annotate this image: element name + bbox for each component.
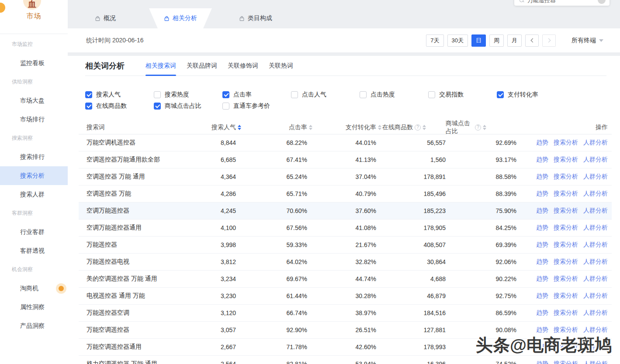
row-action-人群分析[interactable]: 人群分析 (583, 173, 608, 181)
row-action-搜索分析[interactable]: 搜索分析 (554, 156, 578, 164)
row-action-趋势[interactable]: 趋势 (536, 156, 548, 164)
cell-online-items: 408,507 (376, 241, 446, 248)
row-action-趋势[interactable]: 趋势 (536, 275, 548, 283)
cell-search-word: 美的空调遥控器 万能 通用 (87, 275, 200, 283)
row-action-搜索分析[interactable]: 搜索分析 (554, 309, 578, 317)
sidebar-item-搜索分析[interactable]: 搜索分析 (0, 166, 68, 185)
row-action-搜索分析[interactable]: 搜索分析 (554, 173, 578, 181)
metric-checkbox-点击率[interactable]: 点击率 (222, 91, 291, 99)
card-header: 相关词分析 相关搜索词关联品牌词关联修饰词关联热词 (85, 56, 606, 76)
prev-period-button[interactable] (525, 34, 539, 47)
metric-checkbox-商城点击占比[interactable]: 商城点击占比 (154, 102, 222, 110)
row-action-搜索分析[interactable]: 搜索分析 (554, 224, 578, 232)
row-action-趋势[interactable]: 趋势 (536, 224, 548, 232)
row-action-趋势[interactable]: 趋势 (536, 292, 548, 300)
row-action-搜索分析[interactable]: 搜索分析 (554, 275, 578, 283)
row-action-趋势[interactable]: 趋势 (536, 258, 548, 266)
row-action-搜索分析[interactable]: 搜索分析 (554, 241, 578, 249)
column-header-在线商品数[interactable]: 在线商品数? (376, 124, 446, 131)
row-action-趋势[interactable]: 趋势 (536, 326, 548, 334)
chevron-right-icon (546, 38, 551, 43)
row-action-趋势[interactable]: 趋势 (536, 207, 548, 215)
row-action-人群分析[interactable]: 人群分析 (583, 309, 608, 317)
range-button-7天[interactable]: 7天 (426, 34, 443, 47)
sort-icon[interactable] (483, 125, 486, 130)
sidebar-section-header: 市场监控 (0, 35, 68, 54)
metric-checkbox-搜索热度[interactable]: 搜索热度 (154, 91, 222, 99)
word-tab-相关搜索词[interactable]: 相关搜索词 (145, 56, 176, 76)
checkbox-icon (360, 91, 367, 98)
search-keyword-text[interactable]: 万能遥控器 (527, 0, 556, 4)
column-header-搜索人气[interactable]: 搜索人气 (200, 124, 241, 131)
sidebar-item-属性洞察[interactable]: 属性洞察 (0, 298, 68, 316)
row-action-趋势[interactable]: 趋势 (536, 309, 548, 317)
sort-icon[interactable] (423, 125, 426, 130)
keyword-search-box[interactable]: 万能遥控器 (514, 0, 610, 6)
top-tab-相关分析[interactable]: 相关分析 (143, 8, 218, 28)
column-header-点击率[interactable]: 点击率 (236, 124, 312, 131)
row-action-趋势[interactable]: 趋势 (536, 241, 548, 249)
range-button-日[interactable]: 日 (471, 34, 486, 47)
row-action-人群分析[interactable]: 人群分析 (583, 224, 608, 232)
column-header-支付转化率[interactable]: 支付转化率 (307, 124, 381, 131)
top-tab-概况[interactable]: 概况 (68, 8, 143, 28)
row-action-人群分析[interactable]: 人群分析 (583, 241, 608, 249)
cell-click-rate: 67.56% (236, 224, 307, 231)
row-action-人群分析[interactable]: 人群分析 (583, 275, 608, 283)
sidebar-item-市场排行[interactable]: 市场排行 (0, 110, 68, 129)
help-icon[interactable]: ? (415, 124, 421, 130)
word-tab-关联热词[interactable]: 关联热词 (269, 56, 293, 76)
metric-checkbox-点击人气[interactable]: 点击人气 (291, 91, 360, 99)
column-header-商城点击占比[interactable]: 商城点击占比? (446, 120, 516, 135)
range-button-周[interactable]: 周 (489, 34, 504, 47)
metric-checkbox-搜索人气[interactable]: 搜索人气 (85, 91, 154, 99)
sidebar-item-搜索人群[interactable]: 搜索人群 (0, 185, 68, 204)
row-action-趋势[interactable]: 趋势 (536, 173, 548, 181)
row-action-搜索分析[interactable]: 搜索分析 (554, 207, 578, 215)
range-button-月[interactable]: 月 (507, 34, 522, 47)
row-action-人群分析[interactable]: 人群分析 (583, 360, 608, 364)
row-action-趋势[interactable]: 趋势 (536, 139, 548, 147)
sidebar-item-市场大盘[interactable]: 市场大盘 (0, 91, 68, 110)
table-row: 万能遥控器 3,998 59.33% 21.67% 408,507 69.39%… (79, 237, 612, 254)
word-tab-关联品牌词[interactable]: 关联品牌词 (187, 56, 217, 76)
cell-pay-conversion: 42.60% (307, 343, 376, 350)
sidebar-item-监控看板[interactable]: 监控看板 (0, 54, 68, 72)
sidebar-item-搜索排行[interactable]: 搜索排行 (0, 148, 68, 166)
sidebar-item-淘商机[interactable]: 淘商机 (0, 279, 68, 298)
row-action-人群分析[interactable]: 人群分析 (583, 207, 608, 215)
row-action-人群分析[interactable]: 人群分析 (583, 156, 608, 164)
metric-checkbox-直通车参考价[interactable]: 直通车参考价 (222, 102, 291, 110)
row-action-人群分析[interactable]: 人群分析 (583, 258, 608, 266)
column-header-操作: 操作 (516, 124, 608, 131)
terminal-dropdown[interactable]: 所有终端 (572, 37, 603, 45)
top-tab-类目构成[interactable]: 类目构成 (218, 8, 293, 28)
sidebar-item-行业客群[interactable]: 行业客群 (0, 223, 68, 241)
help-icon[interactable]: ? (475, 124, 481, 130)
row-action-人群分析[interactable]: 人群分析 (583, 190, 608, 198)
row-action-搜索分析[interactable]: 搜索分析 (554, 190, 578, 198)
row-action-搜索分析[interactable]: 搜索分析 (554, 258, 578, 266)
row-action-人群分析[interactable]: 人群分析 (583, 326, 608, 334)
row-action-人群分析[interactable]: 人群分析 (583, 139, 608, 147)
sidebar-item-客群透视[interactable]: 客群透视 (0, 241, 68, 260)
word-tab-关联修饰词[interactable]: 关联修饰词 (228, 56, 258, 76)
cell-mall-click-ratio: 84.25% (446, 224, 516, 231)
search-submit-icon[interactable] (598, 0, 606, 4)
row-action-趋势[interactable]: 趋势 (536, 360, 548, 364)
metric-checkbox-交易指数[interactable]: 交易指数 (428, 91, 497, 99)
row-action-搜索分析[interactable]: 搜索分析 (554, 360, 578, 364)
row-action-搜索分析[interactable]: 搜索分析 (554, 139, 578, 147)
row-action-人群分析[interactable]: 人群分析 (583, 292, 608, 300)
metric-checkbox-点击热度[interactable]: 点击热度 (360, 91, 428, 99)
range-button-30天[interactable]: 30天 (447, 34, 468, 47)
metric-checkbox-在线商品数[interactable]: 在线商品数 (85, 102, 154, 110)
next-period-button[interactable] (542, 34, 556, 47)
metric-checkbox-支付转化率[interactable]: 支付转化率 (497, 91, 565, 99)
cell-online-items: 16,396 (376, 361, 446, 364)
row-action-搜索分析[interactable]: 搜索分析 (554, 292, 578, 300)
row-action-搜索分析[interactable]: 搜索分析 (554, 326, 578, 334)
cell-search-popularity: 3,230 (200, 292, 236, 299)
row-action-趋势[interactable]: 趋势 (536, 190, 548, 198)
sidebar-item-产品洞察[interactable]: 产品洞察 (0, 316, 68, 335)
